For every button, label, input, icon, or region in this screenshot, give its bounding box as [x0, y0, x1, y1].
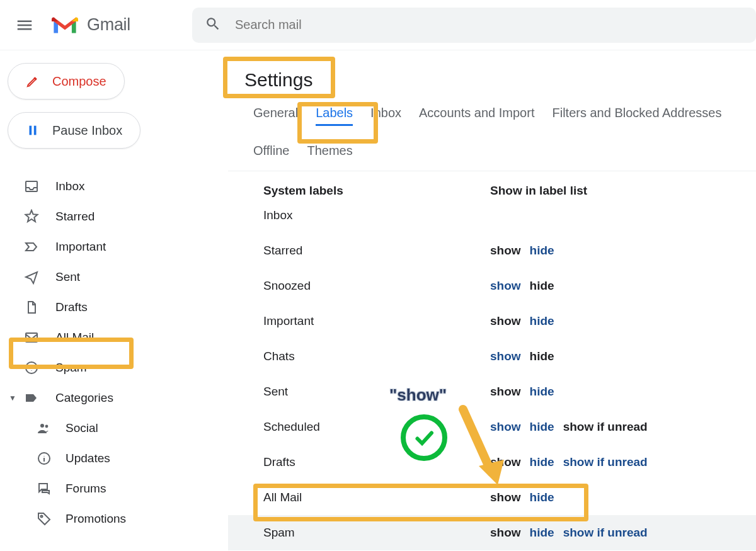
table-row: Spamshowhideshow if unread — [228, 515, 756, 550]
option-hide[interactable]: hide — [530, 420, 554, 434]
svg-point-5 — [40, 424, 44, 428]
svg-point-6 — [45, 425, 49, 428]
sidebar-item-inbox[interactable]: Inbox — [4, 171, 199, 202]
row-options: showhide — [490, 349, 554, 363]
people-icon — [37, 421, 52, 436]
sidebar-item-label: All Mail — [55, 331, 94, 344]
menu-icon[interactable] — [15, 16, 34, 35]
tab-themes[interactable]: Themes — [307, 144, 352, 162]
table-row: All Mailshowhide — [263, 480, 756, 515]
svg-rect-1 — [34, 126, 37, 135]
sidebar-item-drafts[interactable]: Drafts — [4, 292, 199, 322]
row-options: showhide — [490, 491, 554, 504]
option-show[interactable]: show — [490, 349, 521, 363]
sidebar-item-label: Promotions — [66, 512, 126, 526]
option-show: show — [490, 526, 521, 540]
important-icon — [24, 239, 39, 254]
app-header: Gmail — [0, 0, 756, 50]
brand-text: Gmail — [87, 15, 130, 35]
spam-icon — [24, 360, 39, 375]
table-row: Scheduledshowhideshow if unread — [263, 409, 756, 445]
option-hide[interactable]: hide — [530, 314, 554, 328]
option-show: show — [490, 314, 521, 328]
svg-point-8 — [41, 516, 43, 518]
forums-icon — [37, 481, 52, 496]
option-hide[interactable]: hide — [530, 491, 554, 504]
row-options: showhide — [490, 279, 554, 293]
sidebar-item-label: Forums — [66, 482, 106, 496]
option-show: show — [490, 244, 521, 258]
pause-inbox-button[interactable]: Pause Inbox — [8, 112, 140, 149]
table-row: Inbox — [263, 198, 756, 233]
search-input[interactable] — [235, 18, 743, 32]
option-hide[interactable]: hide — [530, 244, 554, 258]
sidebar-item-sent[interactable]: Sent — [4, 262, 199, 292]
compose-button[interactable]: Compose — [8, 63, 125, 99]
sidebar-item-spam[interactable]: Spam — [4, 353, 199, 383]
row-options: showhide — [490, 314, 554, 328]
tab-inbox[interactable]: Inbox — [370, 106, 401, 126]
table-row: Sentshowhide — [263, 374, 756, 409]
svg-rect-0 — [30, 126, 32, 135]
pause-label: Pause Inbox — [52, 123, 122, 138]
option-show[interactable]: show — [490, 420, 521, 434]
row-options: showhideshow if unread — [490, 420, 648, 434]
sidebar: Compose Pause Inbox Inbox Starred Import… — [4, 63, 199, 534]
tab-accounts[interactable]: Accounts and Import — [419, 106, 534, 126]
page-title: Settings — [228, 57, 756, 103]
row-label: Important — [263, 314, 490, 328]
star-icon — [24, 209, 39, 224]
option-unread: show if unread — [563, 420, 648, 434]
option-hide: hide — [530, 279, 554, 293]
row-options: showhideshow if unread — [490, 526, 648, 540]
row-label: Inbox — [263, 208, 490, 222]
tab-general[interactable]: General — [253, 106, 298, 126]
header-system-labels: System labels — [263, 184, 490, 198]
table-row: Starredshowhide — [263, 233, 756, 268]
sidebar-item-social[interactable]: Social — [4, 413, 199, 443]
sidebar-item-label: Important — [55, 240, 106, 254]
tab-offline[interactable]: Offline — [253, 144, 289, 162]
row-label: Drafts — [263, 455, 490, 469]
option-hide[interactable]: hide — [530, 385, 554, 399]
svg-rect-3 — [26, 333, 37, 342]
tab-labels[interactable]: Labels — [316, 106, 353, 126]
sidebar-item-important[interactable]: Important — [4, 232, 199, 262]
tab-filters[interactable]: Filters and Blocked Addresses — [552, 106, 721, 126]
row-label: Snoozed — [263, 279, 490, 293]
sidebar-item-all-mail[interactable]: All Mail — [4, 322, 199, 353]
option-show: show — [490, 455, 521, 469]
option-unread[interactable]: show if unread — [563, 455, 648, 469]
row-options: showhide — [490, 385, 554, 399]
sidebar-item-forums[interactable]: Forums — [4, 474, 199, 504]
sidebar-nav: Inbox Starred Important Sent Drafts All … — [4, 171, 199, 534]
sidebar-item-label: Categories — [55, 391, 113, 405]
sidebar-item-label: Starred — [55, 210, 94, 224]
sidebar-item-promotions[interactable]: Promotions — [4, 504, 199, 534]
labels-table: System labels Show in label list InboxSt… — [228, 171, 756, 550]
row-label: Sent — [263, 385, 490, 399]
sidebar-item-label: Sent — [55, 270, 80, 284]
option-show[interactable]: show — [490, 279, 521, 293]
row-label: Starred — [263, 244, 490, 258]
option-hide[interactable]: hide — [530, 455, 554, 469]
gmail-logo[interactable]: Gmail — [52, 15, 130, 35]
settings-panel: Settings General Labels Inbox Accounts a… — [228, 57, 756, 550]
table-row: Draftsshowhideshow if unread — [263, 445, 756, 480]
chevron-down-icon: ▼ — [9, 394, 16, 402]
search-bar[interactable] — [192, 8, 756, 43]
compose-label: Compose — [52, 74, 106, 89]
sidebar-item-label: Spam — [55, 361, 87, 375]
tag-icon — [37, 511, 52, 526]
option-hide: hide — [530, 349, 554, 363]
sidebar-item-updates[interactable]: Updates — [4, 443, 199, 474]
option-hide[interactable]: hide — [530, 526, 554, 540]
search-icon — [205, 16, 221, 35]
table-row: Snoozedshowhide — [263, 268, 756, 304]
option-unread[interactable]: show if unread — [563, 526, 648, 540]
table-row: Chatsshowhide — [263, 339, 756, 374]
table-row: Importantshowhide — [263, 304, 756, 339]
sidebar-item-categories[interactable]: ▼ Categories — [4, 383, 199, 413]
sidebar-item-starred[interactable]: Starred — [4, 202, 199, 232]
drafts-icon — [24, 300, 39, 315]
